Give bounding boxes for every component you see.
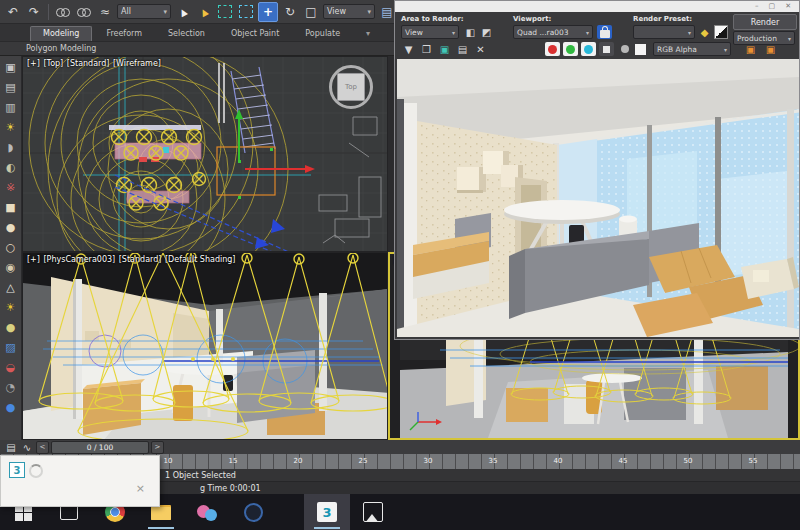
copy-image-icon[interactable]: ❐ [419,42,434,56]
rotate-tool-icon[interactable]: ↻ [281,3,299,21]
cone-primitive-icon[interactable]: △ [2,278,20,296]
3dsmax-taskbar-button[interactable]: 3 [304,494,350,530]
popup-close-icon[interactable]: × [136,482,145,495]
viewport-view-menu[interactable]: [Top] [44,59,64,68]
print-image-icon[interactable]: ▤ [455,42,470,56]
render-button[interactable]: Render [733,14,797,30]
viewport-top[interactable]: [+] [Top] [Standard] [Wireframe] Top [22,56,388,252]
ribbon-options-icon[interactable]: ▾ [354,27,382,41]
tab-modeling[interactable]: Modeling [30,26,92,41]
layer-list-icon[interactable]: ▥ [2,98,20,116]
viewport-view-menu[interactable]: [PhysCamera003] [44,255,116,264]
rectangular-selection-icon[interactable] [216,3,234,21]
box-primitive-icon[interactable]: ■ [2,198,20,216]
spotlight-icon[interactable]: ◗ [2,138,20,156]
sphere-primitive-icon[interactable]: ○ [2,238,20,256]
light-bulb-icon[interactable]: ☀ [2,118,20,136]
selection-filter-dropdown[interactable]: All ▾ [117,4,171,19]
select-object-icon[interactable]: ▲ [171,0,195,24]
disc-icon[interactable]: ● [2,318,20,336]
redo-icon[interactable]: ↷ [25,3,43,21]
bind-to-space-warp-icon[interactable]: ≈ [96,3,114,21]
render-window-titlebar[interactable]: – ▢ ✕ [395,1,799,12]
green-channel-icon[interactable] [563,42,578,56]
camera-body-icon[interactable]: ◔ [2,378,20,396]
camera-view-canvas[interactable] [23,253,388,440]
maximize-icon[interactable]: ▢ [769,3,776,10]
paint3d-button[interactable] [184,494,230,530]
monochrome-icon[interactable] [617,42,632,56]
scene-list-icon[interactable]: ▤ [2,78,20,96]
channel-display-dropdown[interactable]: RGB Alpha ▾ [653,42,731,56]
display-alpha-icon[interactable] [633,42,648,56]
render-progress-popup[interactable]: 3 × [0,455,160,507]
blob-primitive-icon[interactable]: ● [2,218,20,236]
close-icon[interactable]: ✕ [785,3,791,10]
ball-icon[interactable]: ● [2,398,20,416]
red-dot [548,45,557,54]
save-image-icon[interactable]: ▼ [401,42,416,56]
viewcube-top-face[interactable]: Top [337,73,365,101]
viewport-shading-menu[interactable]: [Default Shading] [165,255,236,264]
render-setup-teapot-icon[interactable]: ◆ [697,25,712,39]
environment-icon[interactable] [713,25,728,39]
gamma-icon[interactable]: ▣ [763,42,778,56]
current-frame-field[interactable]: 0 / 100 [51,441,149,454]
move-tool-icon[interactable]: + [258,2,278,22]
viewport-style-menu[interactable]: [Standard] [67,59,110,68]
tab-object-paint[interactable]: Object Paint [219,27,291,41]
alpha-channel-icon[interactable] [599,42,614,56]
display-icon[interactable]: ▣ [2,58,20,76]
edit-region-icon[interactable]: ◧ [463,25,478,39]
viewport-menu-plus[interactable]: [+] [27,255,40,264]
viewport-dropdown[interactable]: Quad ...ra003 ▾ [513,25,593,39]
viewport-menu-plus[interactable]: [+] [27,59,40,68]
unlink-icon[interactable] [75,3,93,21]
color-correct-icon[interactable]: ▣ [743,42,758,56]
mono-dot [621,45,629,53]
previous-frame-button[interactable]: < [36,441,49,454]
select-link-icon[interactable] [54,3,72,21]
viewport-physcamera[interactable]: [+] [PhysCamera003] [Standard] [Default … [22,252,388,440]
selection-filter-value: All [121,7,131,16]
undo-icon[interactable]: ↶ [4,3,22,21]
clone-window-icon[interactable]: ▣ [437,42,452,56]
spheres-icon[interactable]: ◒ [2,358,20,376]
reference-coordinate-dropdown[interactable]: View ▾ [323,4,375,19]
3dsmax-icon: 3 [317,502,337,522]
viewport-value: Quad ...ra003 [517,28,569,37]
photos-taskbar-button[interactable] [350,494,396,530]
select-by-name-icon[interactable]: ▲ [192,0,216,24]
red-channel-icon[interactable] [545,42,560,56]
render-frame-window[interactable]: – ▢ ✕ Area to Render: View ▾ ◧ ◩ Viewpor… [394,0,800,340]
viewport-style-menu[interactable]: [Standard] [119,255,162,264]
scale-tool-icon[interactable]: □ [302,3,320,21]
chevron-down-icon: ▾ [586,29,589,36]
clear-image-icon[interactable]: ✕ [473,42,488,56]
photos-icon [363,502,383,522]
viewport-lock-icon[interactable] [597,25,612,39]
tab-populate[interactable]: Populate [293,27,352,41]
photometric-light-icon[interactable]: ◐ [2,158,20,176]
auto-region-icon[interactable]: ◩ [479,25,494,39]
render-preset-dropdown[interactable]: ▾ [633,25,695,39]
minimize-icon[interactable]: – [755,3,759,10]
viewport-shading-menu[interactable]: [Wireframe] [113,59,161,68]
area-to-render-dropdown[interactable]: View ▾ [401,25,459,39]
teapot-primitive-icon[interactable]: ◉ [2,258,20,276]
viewport-cam-label: [+] [PhysCamera003] [Standard] [Default … [27,255,236,264]
app-circle-button[interactable] [230,494,276,530]
curve-editor-icon[interactable]: ▤ [4,441,18,453]
bw-glyph [714,25,728,39]
next-frame-button[interactable]: > [151,441,164,454]
crossing-selection-icon[interactable] [237,3,255,21]
sun-light-icon[interactable]: ☀ [2,298,20,316]
viewcube[interactable]: Top [329,65,373,109]
rendered-image[interactable] [397,59,799,337]
omni-cluster-icon[interactable]: ※ [2,178,20,196]
blue-channel-icon[interactable] [581,42,596,56]
tab-selection[interactable]: Selection [156,27,217,41]
tab-freeform[interactable]: Freeform [94,27,154,41]
mini-curve-icon[interactable]: ∿ [20,441,34,453]
hatch-icon[interactable]: ▨ [2,338,20,356]
